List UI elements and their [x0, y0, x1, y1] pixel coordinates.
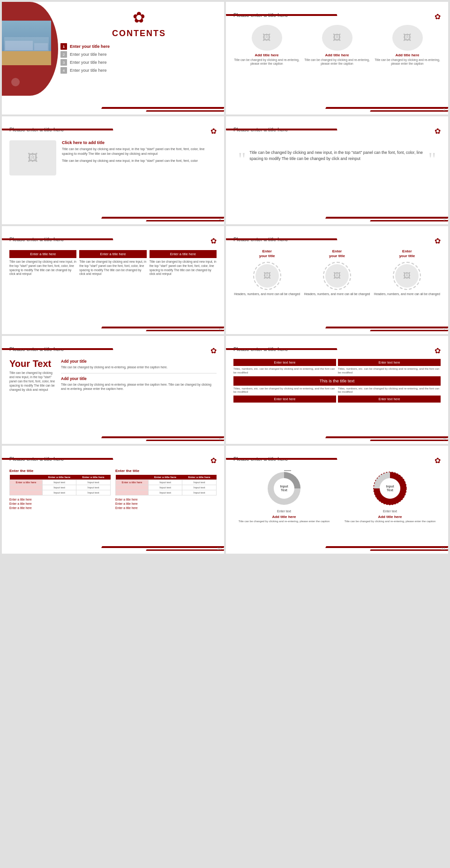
- contents-num-3: 3: [60, 59, 67, 66]
- three-red-columns: Enter a title here Title can be changed …: [9, 250, 217, 276]
- btn-1[interactable]: Enter text here: [233, 359, 336, 366]
- footer2-item-2: Enter a title here: [115, 502, 217, 505]
- pie-wrap-2: InputText: [371, 470, 409, 507]
- contents-list: 1 Enter your title here 2 Enter your tit…: [60, 43, 218, 74]
- slide-3-content: 🖼 Click here to add title Title can be c…: [9, 140, 217, 175]
- footer2-item-1: Enter a title here: [115, 498, 217, 501]
- top-red-bar-9: [2, 458, 113, 460]
- pie-desc-1: Title can be changed by clicking and re-…: [239, 520, 330, 524]
- slide-header-9: Please enter a title here ✿: [9, 456, 217, 465]
- cell-6: Input text: [76, 490, 111, 495]
- bottom-accent-6: [146, 220, 224, 221]
- top-red-bar-4: [226, 129, 338, 130]
- flower-icon-6: ✿: [435, 236, 441, 245]
- contents-num-2: 2: [60, 51, 67, 58]
- row-header-3: [10, 490, 43, 495]
- footer-item-3: Enter a title here: [9, 506, 111, 510]
- btn-4-container: Titles, numbers, etc. can be changed by …: [338, 387, 441, 403]
- page-num-10: 11: [441, 547, 445, 551]
- slide-header-6: Please enter a title here ✿: [233, 236, 441, 245]
- btn-5[interactable]: Enter text here: [233, 396, 336, 403]
- pie-title-2: Add title here: [378, 515, 402, 519]
- slide-header-2: Please enter a title here ✿: [233, 12, 441, 21]
- cell-4: Input text: [76, 485, 111, 490]
- slide-10: Please enter a title here ✿ InputText En…: [226, 446, 448, 554]
- quote-text: Title can be changed by clicking and new…: [249, 150, 424, 162]
- table-1-title: Enter the title: [9, 469, 111, 473]
- cell-2: Input text: [76, 480, 111, 485]
- top-buttons: Enter text here Titles, numbers, etc. ca…: [233, 359, 441, 375]
- img-card-2-title: Add title here: [325, 53, 349, 57]
- page-num-9: 10: [217, 547, 221, 551]
- flower-icon-5: ✿: [210, 236, 217, 245]
- btn-6[interactable]: Enter text here: [338, 396, 441, 403]
- slide-7-content: Your Text Title can be changed by clicki…: [9, 359, 217, 395]
- desc-1: Titles, numbers, etc. can be changed by …: [233, 367, 336, 375]
- btn-3-container: Titles, numbers, etc. can be changed by …: [233, 387, 336, 403]
- right-section: Add your title Title can be changed by c…: [61, 359, 217, 395]
- pie-center-label-1: InputText: [280, 485, 288, 493]
- circle-title-3: Enter your title: [399, 249, 415, 259]
- red-col-3: Enter a title here Title can be changed …: [150, 250, 217, 276]
- red-col-3-text: Title can be changed by clicking and new…: [150, 260, 217, 276]
- bottom-accent-17: [101, 546, 224, 548]
- cell2-3: Input text: [148, 485, 182, 490]
- slide-3-image: 🖼: [9, 140, 56, 175]
- th-col1: Enter a title here: [42, 475, 76, 480]
- contents-item-2: 2 Enter your title here: [60, 51, 218, 58]
- bottom-accent-7: [325, 217, 448, 219]
- circle-desc-2: Headers, numbers, and more can all be ch…: [304, 292, 370, 296]
- bottom-accent-1: [101, 107, 224, 109]
- btn-2[interactable]: Enter text here: [338, 359, 441, 366]
- slide-header-8: Please enter a title here ✿: [233, 346, 441, 355]
- table-2-title: Enter the title: [115, 469, 217, 473]
- table-footer-2: Enter a title here Enter a title here En…: [115, 498, 217, 510]
- contents-item-4: 4 Enter your title here: [60, 67, 218, 74]
- bottom-accent-12: [370, 330, 448, 331]
- table-1-data: Enter a title here Enter a title here En…: [9, 475, 111, 495]
- bottom-buttons: Titles, numbers, etc. can be changed by …: [233, 387, 441, 403]
- page-num-2: 2: [443, 107, 445, 112]
- row2-header-1: Enter a title here: [116, 480, 149, 485]
- three-circles: Enter your title 🖼 Headers, numbers, and…: [233, 249, 441, 296]
- bottom-accent-8: [370, 220, 448, 221]
- bottom-accent-11: [325, 327, 448, 328]
- quote-open: ": [238, 150, 246, 168]
- table-2-data: Enter a title here Enter a title here En…: [115, 475, 217, 495]
- footer2-item-3: Enter a title here: [115, 506, 217, 510]
- button-grid-container: Enter text here Titles, numbers, etc. ca…: [233, 359, 441, 403]
- red-col-2-title: Enter a title here: [79, 250, 146, 258]
- contents-num-4: 4: [60, 67, 67, 74]
- row2-header-3: [116, 490, 149, 495]
- bottom-accent-9: [101, 327, 224, 328]
- page-num-8: 9: [443, 437, 445, 441]
- add-desc-2: Title can be changed by clicking and re-…: [61, 382, 217, 391]
- desc-2: Titles, numbers, etc. can be changed by …: [338, 367, 441, 375]
- slide-header-7: Please enter a title here ✿: [9, 346, 217, 355]
- th-empty: [10, 475, 43, 480]
- slide-header-4: Please enter a title here ✿: [233, 127, 441, 136]
- main-title: Your Text: [9, 359, 56, 368]
- circle-img-3: 🖼: [393, 262, 421, 290]
- pie-card-1: InputText Enter text Add title here Titl…: [233, 470, 335, 524]
- pie-desc-2: Title can be changed by clicking and re-…: [345, 520, 436, 524]
- circle-img-1: 🖼: [253, 262, 281, 290]
- img-card-2-desc: Title can be changed by clicking and re-…: [304, 58, 370, 66]
- img-icon-circle-3: 🖼: [403, 272, 411, 280]
- bottom-accent-5: [101, 217, 224, 219]
- image-icon-2: 🖼: [333, 33, 341, 43]
- click-title: Click here to add title: [62, 140, 217, 145]
- center-title: This is the title text: [233, 376, 441, 386]
- slide-7: Please enter a title here ✿ Your Text Ti…: [2, 336, 224, 444]
- slide-8: Please enter a title here ✿ Enter text h…: [226, 336, 448, 444]
- row-header-1: Enter a title here: [10, 480, 43, 485]
- cell2-6: Input text: [182, 490, 217, 495]
- image-icon-3b: 🖼: [28, 152, 38, 164]
- flower-icon-10: ✿: [435, 456, 441, 465]
- circle-desc-3: Headers, numbers, and more can all be ch…: [374, 292, 440, 296]
- img-icon-circle-1: 🖼: [263, 272, 271, 280]
- cell-5: Input text: [42, 490, 76, 495]
- pie-card-2: InputText Enter text Add title here Titl…: [339, 470, 441, 524]
- top-red-bar-10: [226, 458, 338, 460]
- pie-center-label-2: InputText: [386, 485, 394, 493]
